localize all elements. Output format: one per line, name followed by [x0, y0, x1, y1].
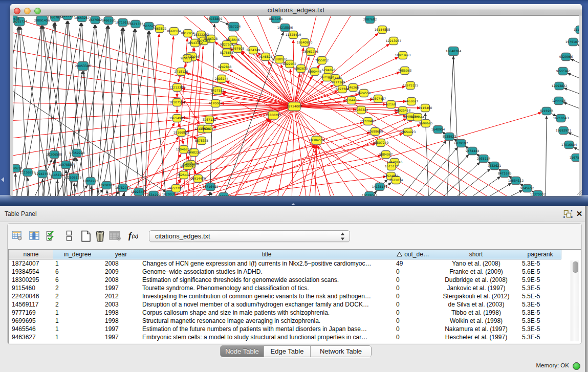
cell-year[interactable]: 1997: [102, 325, 140, 333]
function-icon[interactable]: f (x): [128, 230, 141, 240]
cell-in_degree[interactable]: 1: [53, 317, 103, 325]
cell-out_de[interactable]: 0: [394, 300, 433, 309]
column-header-in_degree[interactable]: in_degree: [53, 250, 103, 259]
column-header-pagerank[interactable]: pagerank: [519, 250, 561, 259]
float-panel-icon[interactable]: [563, 210, 573, 218]
table-row[interactable]: 1938455462009Genome–wide association stu…: [9, 268, 560, 276]
table-row[interactable]: 1872400712008Changes of HCN gene express…: [9, 259, 560, 268]
cell-name[interactable]: 14569117: [9, 300, 53, 309]
column-header-year[interactable]: year: [102, 250, 140, 259]
cell-in_degree[interactable]: 1: [53, 333, 103, 341]
cell-name[interactable]: 9115460: [9, 284, 53, 292]
cell-in_degree[interactable]: 2: [53, 300, 103, 309]
cell-pagerank[interactable]: 5.9E-5: [519, 276, 561, 284]
cell-title[interactable]: Genome–wide association studies in ADHD.: [140, 268, 394, 276]
tab-node-table[interactable]: Node Table: [221, 346, 264, 357]
row-select-icon[interactable]: [46, 230, 56, 241]
split-view-icon[interactable]: [66, 230, 72, 242]
cell-short[interactable]: Yano et al. (2008): [432, 259, 520, 268]
cell-title[interactable]: Corpus callosum shape and size in male p…: [140, 309, 394, 317]
resize-grip-icon[interactable]: [575, 188, 582, 195]
cell-pagerank[interactable]: 5.3E-5: [519, 333, 561, 341]
splitter-grip-icon[interactable]: [290, 203, 296, 206]
vertical-scrollbar[interactable]: [571, 260, 579, 341]
cell-title[interactable]: Estimation of the future numbers of pati…: [140, 325, 394, 333]
citation-network-graph[interactable]: 1405572420891406116078341093713410653267…: [13, 16, 579, 196]
cell-in_degree[interactable]: 2: [53, 284, 103, 292]
cell-out_de[interactable]: 49: [394, 259, 433, 268]
cell-out_de[interactable]: 0: [394, 284, 433, 292]
delete-column-icon[interactable]: [94, 230, 106, 242]
cell-name[interactable]: 9777169: [9, 309, 53, 317]
column-header-name[interactable]: name: [9, 250, 53, 259]
cell-year[interactable]: 1998: [102, 317, 140, 325]
close-panel-icon[interactable]: ✕: [576, 210, 583, 217]
cell-year[interactable]: 2003: [102, 300, 140, 309]
cell-pagerank[interactable]: 5.5E-5: [519, 292, 561, 300]
memory-status-indicator[interactable]: [573, 362, 580, 370]
cell-pagerank[interactable]: 5.3E-5: [519, 325, 561, 333]
cell-out_de[interactable]: 0: [394, 317, 433, 325]
table-row[interactable]: 946362711997Embryonic stem cells: a mode…: [9, 333, 560, 341]
cell-pagerank[interactable]: 5.3E-5: [519, 300, 561, 309]
cell-short[interactable]: Stergiakouli et al. (2012): [432, 292, 520, 300]
cell-short[interactable]: Jankovic et al. (1997): [432, 284, 520, 292]
new-table-icon[interactable]: [80, 230, 92, 242]
cell-name[interactable]: 18300295: [9, 276, 53, 284]
cell-short[interactable]: Wolkin et al. (1998): [432, 317, 520, 325]
cell-title[interactable]: Tourette syndrome. Phenomenology and cla…: [140, 284, 394, 292]
cell-in_degree[interactable]: 6: [53, 276, 103, 284]
cell-in_degree[interactable]: 1: [53, 325, 103, 333]
table-row[interactable]: 977716911998Corpus callosum shape and si…: [9, 309, 560, 317]
cell-out_de[interactable]: 0: [394, 276, 433, 284]
cell-pagerank[interactable]: 5.3E-5: [519, 284, 561, 292]
cell-out_de[interactable]: 0: [394, 309, 433, 317]
cell-year[interactable]: 2009: [102, 268, 140, 276]
table-row[interactable]: 2242004622012Investigating the contribut…: [9, 292, 560, 300]
window-titlebar[interactable]: citations_edges.txt: [10, 4, 582, 15]
cell-pagerank[interactable]: 5.6E-5: [519, 268, 561, 276]
cell-in_degree[interactable]: 1: [53, 309, 103, 317]
cell-name[interactable]: 9699695: [9, 317, 53, 325]
cell-year[interactable]: 2008: [102, 259, 140, 268]
column-header-title[interactable]: title: [140, 250, 394, 259]
cell-short[interactable]: Dudbridge et al. (2008): [432, 276, 520, 284]
cell-title[interactable]: Structural magnetic resonance image aver…: [140, 317, 394, 325]
cell-name[interactable]: 9463627: [9, 333, 53, 341]
cell-short[interactable]: Tibbo et al. (1998): [432, 309, 520, 317]
cell-pagerank[interactable]: 5.3E-5: [519, 259, 561, 268]
cell-out_de[interactable]: 0: [394, 268, 433, 276]
table-settings-icon[interactable]: [12, 230, 23, 241]
cell-pagerank[interactable]: 5.3E-5: [519, 317, 561, 325]
cell-short[interactable]: Franke et al. (2009): [432, 268, 520, 276]
cell-year[interactable]: 2008: [102, 276, 140, 284]
cell-in_degree[interactable]: 6: [53, 268, 103, 276]
column-select-icon[interactable]: [29, 230, 40, 241]
cell-year[interactable]: 1998: [102, 309, 140, 317]
tab-edge-table[interactable]: Edge Table: [264, 346, 311, 357]
cell-in_degree[interactable]: 2: [53, 292, 103, 300]
cell-title[interactable]: Changes of HCN gene expression and I(f) …: [140, 259, 394, 268]
column-header-out_de[interactable]: out_de…: [394, 250, 433, 259]
table-row[interactable]: 1456911722003Disruption of a novel membe…: [9, 300, 560, 309]
cell-out_de[interactable]: 0: [394, 325, 433, 333]
cell-short[interactable]: Nakamura et al. (1997): [432, 325, 520, 333]
cell-year[interactable]: 1997: [102, 333, 140, 341]
cell-title[interactable]: Disruption of a novel member of a sodium…: [140, 300, 394, 309]
table-row[interactable]: 911546021997Tourette syndrome. Phenomeno…: [9, 284, 560, 292]
cell-name[interactable]: 18724007: [9, 259, 53, 268]
cell-pagerank[interactable]: 5.3E-5: [519, 309, 561, 317]
collapse-panel-arrow-icon[interactable]: [1, 177, 4, 182]
cell-out_de[interactable]: 0: [394, 292, 433, 300]
cell-in_degree[interactable]: 1: [53, 259, 103, 268]
cell-name[interactable]: 19384554: [9, 268, 53, 276]
cell-title[interactable]: Investigating the contribution of common…: [140, 292, 394, 300]
cell-title[interactable]: Estimation of significance thresholds fo…: [140, 276, 394, 284]
table-row[interactable]: 969969511998Structural magnetic resonanc…: [9, 317, 560, 325]
cell-year[interactable]: 2012: [102, 292, 140, 300]
cell-year[interactable]: 1997: [102, 284, 140, 292]
cell-name[interactable]: 9465546: [9, 325, 53, 333]
cell-out_de[interactable]: 0: [394, 333, 433, 341]
table-row[interactable]: 946554611997Estimation of the future num…: [9, 325, 560, 333]
cell-short[interactable]: de Silva et al. (2003): [432, 300, 520, 309]
